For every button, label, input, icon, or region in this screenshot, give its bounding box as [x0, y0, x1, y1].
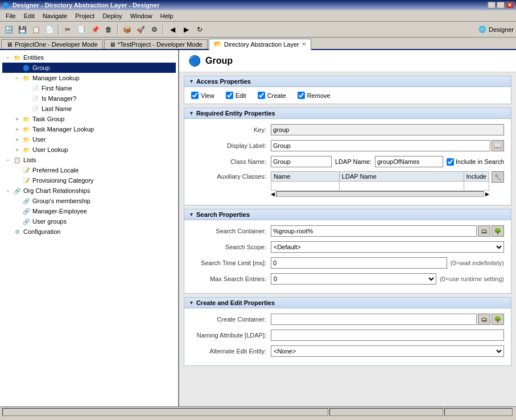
- search-header: ▼ Search Properties: [184, 209, 511, 220]
- input-display-label[interactable]: [271, 140, 490, 151]
- tree-item-lists[interactable]: − 📋 Lists: [2, 155, 176, 165]
- collapse-create[interactable]: ▼: [189, 300, 194, 306]
- label-search-time: Search Time Limit [ms]:: [191, 260, 271, 266]
- aux-scrollbar[interactable]: [276, 191, 484, 197]
- tree-item-configuration[interactable]: ⚙ Configuration: [2, 227, 176, 237]
- aux-add-btn[interactable]: 🔧: [492, 171, 504, 183]
- tree-item-preferred-locale[interactable]: 📝 Preferred Locale: [2, 165, 176, 175]
- menu-navigate[interactable]: Navigate: [39, 12, 71, 20]
- expander-ul[interactable]: +: [13, 147, 22, 153]
- menu-window[interactable]: Window: [127, 12, 156, 20]
- select-search-scope[interactable]: <Default>: [271, 241, 504, 253]
- expander-ml[interactable]: −: [13, 75, 22, 81]
- field-icon-ln: 📄: [31, 104, 40, 113]
- select-alt-edit-entity[interactable]: <None>: [271, 345, 504, 357]
- expander-user[interactable]: +: [13, 137, 22, 143]
- tree-item-ismanager[interactable]: 📄 Is Manager?: [2, 93, 176, 104]
- menu-edit[interactable]: Edit: [20, 12, 38, 20]
- hint-time: (0=wait indefinitely): [451, 260, 504, 266]
- collapse-search[interactable]: ▼: [189, 212, 194, 217]
- checkbox-create-input[interactable]: [258, 92, 265, 99]
- tree-item-entities[interactable]: − 📁 Entities: [2, 52, 176, 63]
- tree-item-firstname[interactable]: 📄 First Name: [2, 83, 176, 93]
- tree-item-lastname[interactable]: 📄 Last Name: [2, 104, 176, 114]
- checkbox-remove-input[interactable]: [298, 92, 305, 99]
- config-icon: ⚙: [13, 227, 22, 236]
- input-create-container[interactable]: [271, 314, 477, 325]
- checkbox-edit: Edit: [226, 92, 246, 99]
- tree-item-provisioning[interactable]: 📝 Provisioning Category: [2, 175, 176, 186]
- tree-item-manager-lookup[interactable]: − 📁 Manager Lookup: [2, 73, 176, 83]
- create-container-tree-btn[interactable]: 🌳: [492, 314, 504, 325]
- scroll-right-btn[interactable]: ▶: [485, 191, 489, 197]
- checkbox-view: View: [191, 92, 214, 99]
- aux-col-include: Include: [464, 172, 489, 182]
- menu-file[interactable]: File: [2, 12, 19, 20]
- toolbar-btn-copy[interactable]: 📑: [75, 23, 88, 36]
- expander-lists[interactable]: −: [3, 157, 13, 163]
- tree-item-orgchart[interactable]: − 🔗 Org Chart Relationships: [2, 186, 176, 196]
- tree-item-groups-membership[interactable]: 🔗 Group's membership: [2, 196, 176, 206]
- maximize-button[interactable]: □: [497, 2, 505, 9]
- tree-item-userlookup[interactable]: + 📁 User Lookup: [2, 145, 176, 155]
- input-naming-attr[interactable]: [271, 330, 504, 341]
- folder-icon-ml: 📁: [22, 73, 31, 83]
- expander-tg[interactable]: +: [13, 116, 22, 122]
- tree-item-group[interactable]: 🔵 Group: [2, 63, 176, 73]
- display-label-browse-btn[interactable]: 📖: [492, 140, 504, 151]
- select-max-entries[interactable]: 0: [271, 273, 436, 285]
- toolbar-btn-cut[interactable]: ✂: [61, 23, 74, 36]
- folder-icon-user: 📁: [22, 135, 31, 144]
- toolbar-btn-2[interactable]: 💾: [16, 23, 28, 36]
- toolbar-btn-deploy[interactable]: 🚀: [134, 23, 147, 36]
- menu-deploy[interactable]: Deploy: [99, 12, 125, 20]
- minimize-button[interactable]: −: [488, 2, 496, 9]
- menu-project[interactable]: Project: [72, 12, 98, 20]
- toolbar-btn-1[interactable]: 🔙: [2, 23, 15, 36]
- tab-dal[interactable]: 📂 Directory Abstraction Layer ✕: [209, 39, 311, 50]
- search-container-tree-btn[interactable]: 🌳: [492, 225, 504, 237]
- tab-close-icon[interactable]: ✕: [302, 41, 306, 47]
- row-classname: Class Name: LDAP Name: Include in Search: [191, 155, 504, 168]
- toolbar-btn-fwd[interactable]: ▶: [180, 23, 192, 36]
- close-button[interactable]: ✕: [506, 2, 514, 9]
- collapse-required[interactable]: ▼: [189, 110, 194, 116]
- expander-entities[interactable]: −: [3, 55, 13, 61]
- checkbox-view-input[interactable]: [191, 92, 199, 99]
- input-search-container[interactable]: [271, 225, 477, 237]
- input-ldap-name[interactable]: [375, 156, 443, 167]
- menu-help[interactable]: Help: [157, 12, 177, 20]
- tab-project-one[interactable]: 🖥 ProjectOne - Developer Mode: [1, 39, 103, 49]
- collapse-access[interactable]: ▼: [189, 79, 194, 84]
- input-key[interactable]: [271, 124, 504, 135]
- expander-org[interactable]: −: [3, 188, 13, 194]
- tree-item-user[interactable]: + 📁 User: [2, 134, 176, 145]
- checkbox-edit-input[interactable]: [226, 92, 233, 99]
- toolbar-btn-5[interactable]: 📦: [121, 23, 133, 36]
- toolbar-btn-6[interactable]: ⚙: [148, 23, 160, 36]
- label-classname: Class Name:: [191, 158, 271, 165]
- scroll-left-btn[interactable]: ◀: [271, 191, 275, 197]
- tree-item-manager-employee[interactable]: 🔗 Manager-Employee: [2, 206, 176, 216]
- classname-row: LDAP Name: Include in Search: [271, 156, 504, 167]
- toolbar-btn-4[interactable]: 📄: [43, 23, 56, 36]
- tab-test-project[interactable]: 🖥 *TestProject - Developer Mode: [104, 39, 208, 49]
- toolbar-btn-3[interactable]: 📋: [30, 23, 42, 36]
- search-container-browse-btn[interactable]: 🗂: [478, 225, 490, 237]
- title-text: Designer - Directory Abstraction Layer -…: [13, 2, 159, 9]
- label-search-scope: Search Scope:: [191, 244, 271, 250]
- tree-item-taskgroup[interactable]: + 📁 Task Group: [2, 114, 176, 124]
- toolbar-btn-paste[interactable]: 📌: [89, 23, 101, 36]
- tree-item-user-groups[interactable]: 🔗 User groups: [2, 216, 176, 227]
- input-search-time[interactable]: [271, 257, 447, 269]
- tree-item-taskmanager[interactable]: + 📁 Task Manager Lookup: [2, 124, 176, 134]
- include-search-input[interactable]: [447, 158, 454, 166]
- toolbar-btn-back[interactable]: ◀: [166, 23, 179, 36]
- toolbar-btn-delete[interactable]: 🗑: [102, 23, 115, 36]
- input-classname[interactable]: [271, 156, 332, 167]
- access-checkboxes: View Edit Create Remove: [184, 87, 511, 104]
- expander-tml[interactable]: +: [13, 126, 22, 133]
- toolbar-btn-refresh[interactable]: ↻: [193, 23, 206, 36]
- create-container-browse-btn[interactable]: 🗂: [478, 314, 490, 325]
- aux-empty-row: [271, 182, 489, 191]
